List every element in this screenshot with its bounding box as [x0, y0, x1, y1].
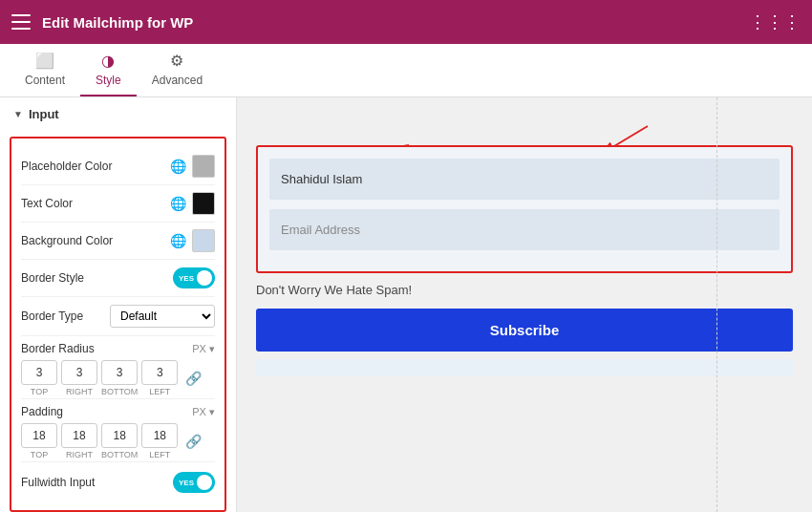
fullwidth-row: Fullwidth Input YES	[21, 462, 215, 501]
tabs-bar: ⬜ Content ◑ Style ⚙ Advanced	[0, 44, 812, 97]
sidebar: ▼ Input Placeholder Color 🌐 Text Color 🌐	[0, 97, 237, 512]
bg-color-controls: 🌐	[168, 229, 215, 252]
padding-right-input[interactable]	[61, 423, 97, 448]
top-label: TOP	[31, 387, 48, 396]
padding-row: Padding PX ▾ TOP RIGHT BOTTOM	[21, 399, 215, 462]
tab-content-label: Content	[25, 74, 65, 87]
advanced-tab-icon: ⚙	[170, 52, 183, 70]
padding-top-label: TOP	[31, 450, 48, 459]
right-dashed-border	[716, 97, 812, 512]
form-widget: Shahidul Islam Email Address	[256, 145, 793, 273]
border-type-select[interactable]: Default Solid Dashed Dotted None	[110, 305, 215, 328]
right-label: RIGHT	[66, 387, 93, 396]
border-radius-bottom-field: BOTTOM	[101, 360, 138, 396]
border-radius-label: Border Radius	[21, 342, 95, 355]
placeholder-color-row: Placeholder Color 🌐	[21, 148, 215, 185]
text-color-row: Text Color 🌐	[21, 185, 215, 223]
padding-right-label: RIGHT	[66, 450, 93, 459]
padding-top-field: TOP	[21, 423, 57, 459]
border-style-toggle[interactable]: YES	[173, 267, 215, 288]
text-color-swatch[interactable]	[192, 192, 215, 215]
placeholder-globe-icon[interactable]: 🌐	[168, 157, 187, 176]
tab-content[interactable]: ⬜ Content	[10, 44, 80, 96]
name-value: Shahidul Islam	[281, 172, 362, 186]
padding-unit[interactable]: PX ▾	[192, 406, 215, 418]
fullwidth-toggle[interactable]: YES	[173, 472, 215, 493]
text-color-label: Text Color	[21, 197, 73, 210]
content-tab-icon: ⬜	[35, 52, 54, 70]
below-button-line	[256, 359, 793, 376]
text-globe-icon[interactable]: 🌐	[168, 194, 187, 213]
hamburger-icon[interactable]	[11, 12, 31, 32]
email-placeholder: Email Address	[281, 223, 360, 237]
border-style-row: Border Style YES	[21, 260, 215, 297]
border-radius-right-input[interactable]	[61, 360, 97, 385]
bg-color-swatch[interactable]	[192, 229, 215, 252]
border-radius-top-field: TOP	[21, 360, 57, 396]
email-input-field[interactable]: Email Address	[269, 209, 780, 250]
padding-link-icon[interactable]: 🔗	[182, 430, 204, 453]
input-section-header[interactable]: ▼ Input	[0, 97, 236, 131]
left-label: LEFT	[149, 387, 170, 396]
background-color-label: Background Color	[21, 234, 113, 247]
tab-advanced[interactable]: ⚙ Advanced	[137, 44, 218, 96]
border-radius-left-input[interactable]	[141, 360, 178, 385]
padding-left-field: LEFT	[141, 423, 178, 459]
padding-inputs: TOP RIGHT BOTTOM LEFT 🔗	[21, 423, 215, 459]
border-radius-inputs: TOP RIGHT BOTTOM LEFT 🔗	[21, 360, 215, 396]
name-input-field[interactable]: Shahidul Islam	[269, 159, 780, 200]
padding-bottom-field: BOTTOM	[101, 423, 138, 459]
placeholder-color-label: Placeholder Color	[21, 160, 112, 173]
padding-bottom-label: BOTTOM	[101, 450, 138, 459]
placeholder-color-controls: 🌐	[168, 155, 215, 178]
placeholder-color-swatch[interactable]	[192, 155, 215, 178]
border-type-row: Border Type Default Solid Dashed Dotted …	[21, 297, 215, 336]
main-layout: ▼ Input Placeholder Color 🌐 Text Color 🌐	[0, 97, 812, 512]
border-radius-link-icon[interactable]: 🔗	[182, 367, 204, 390]
section-label: Input	[29, 107, 59, 121]
padding-label: Padding	[21, 405, 63, 418]
padding-top-input[interactable]	[21, 423, 57, 448]
tab-style-label: Style	[96, 74, 121, 87]
content-area: Shahidul Islam Email Address Don't Worry…	[237, 97, 812, 512]
padding-left-input[interactable]	[141, 423, 178, 448]
padding-left-label: LEFT	[149, 450, 170, 459]
border-radius-row: Border Radius PX ▾ TOP RIGHT BOTTOM	[21, 336, 215, 399]
style-tab-icon: ◑	[101, 52, 115, 70]
fullwidth-label: Fullwidth Input	[21, 476, 95, 489]
text-color-controls: 🌐	[168, 192, 215, 215]
border-radius-unit[interactable]: PX ▾	[192, 343, 215, 355]
bottom-label: BOTTOM	[101, 387, 138, 396]
padding-bottom-input[interactable]	[101, 423, 138, 448]
border-type-label: Border Type	[21, 309, 83, 323]
tab-advanced-label: Advanced	[152, 74, 203, 87]
background-color-row: Background Color 🌐	[21, 223, 215, 260]
page-title: Edit Mailchimp for WP	[42, 14, 737, 31]
grid-icon[interactable]: ⋮⋮⋮	[749, 11, 801, 32]
border-radius-left-field: LEFT	[141, 360, 178, 396]
padding-right-field: RIGHT	[61, 423, 97, 459]
tab-style[interactable]: ◑ Style	[80, 44, 137, 96]
spam-text: Don't Worry We Hate Spam!	[256, 283, 793, 297]
input-settings-panel: Placeholder Color 🌐 Text Color 🌐 Backgro…	[10, 137, 226, 512]
border-radius-bottom-input[interactable]	[101, 360, 138, 385]
subscribe-button[interactable]: Subscribe	[256, 309, 793, 352]
section-collapse-arrow: ▼	[13, 109, 23, 119]
bg-globe-icon[interactable]: 🌐	[168, 231, 187, 250]
border-radius-right-field: RIGHT	[61, 360, 97, 396]
top-bar: Edit Mailchimp for WP ⋮⋮⋮	[0, 0, 812, 44]
border-radius-top-input[interactable]	[21, 360, 57, 385]
border-style-label: Border Style	[21, 271, 84, 285]
